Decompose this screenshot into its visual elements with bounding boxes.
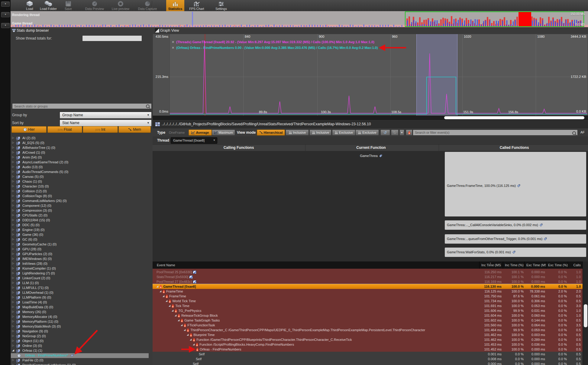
collapse-arrow-icon[interactable]: ◢ bbox=[190, 337, 192, 342]
expand-arrow-icon[interactable]: ▷ bbox=[12, 339, 14, 342]
expand-arrow-icon[interactable]: ▷ bbox=[12, 242, 14, 245]
dump-arrow-icon[interactable] bbox=[12, 29, 16, 33]
expand-arrow-icon[interactable]: ▷ bbox=[12, 262, 14, 265]
tree-item-object[interactable]: ▷{Object (11) (0) bbox=[11, 339, 153, 344]
collapse-arrow-icon[interactable]: ◢ bbox=[193, 342, 195, 347]
event-row-tick-time[interactable]: ◢Tick Time101.691 ms100.0 %0.053 ms0.0 %… bbox=[153, 303, 583, 308]
collapse-arrow-icon[interactable]: ◢ bbox=[166, 299, 167, 303]
tree-item-llmfull[interactable]: ▷{LLMFULL (71) (0) bbox=[11, 286, 153, 290]
tree-item-parallelcommandlistmarkers[interactable]: ▷{ParallelCommandListMarkers (1) (0) bbox=[11, 363, 153, 365]
tree-item-pakfile[interactable]: ▷{PakFile (2) (0) bbox=[11, 358, 153, 363]
show-totals-input[interactable] bbox=[82, 35, 142, 41]
tree-item-cpustalls[interactable]: ▷{CPUStalls (2) (0) bbox=[11, 213, 153, 218]
legend-close-icon[interactable]: ✕ bbox=[172, 40, 174, 44]
tree-item-memoryplatform[interactable]: ▷{MemoryPlatform (11) (0) bbox=[11, 319, 153, 324]
tree-item-llm[interactable]: ▷{LLM (1) (0) bbox=[11, 281, 153, 286]
expand-arrow-icon[interactable]: ▷ bbox=[12, 315, 14, 318]
expand-arrow-icon[interactable]: ▷ bbox=[12, 296, 14, 299]
collapse-arrow-icon[interactable]: ◢ bbox=[12, 349, 14, 352]
tree-item-navigation[interactable]: ▷{Navigation (9) (0) bbox=[11, 329, 153, 334]
expand-arrow-icon[interactable]: ▷ bbox=[12, 146, 14, 149]
expand-arrow-icon[interactable]: ▷ bbox=[12, 276, 14, 279]
tree-item-memoryallocator[interactable]: ▷{MemoryAllocator (4) (0) bbox=[11, 315, 153, 319]
expand-arrow-icon[interactable]: ▷ bbox=[12, 271, 14, 274]
view-hierarchical-button[interactable]: Hierarchical bbox=[257, 130, 285, 136]
expand-arrow-icon[interactable]: ▷ bbox=[12, 209, 14, 212]
collapse-arrow-icon[interactable]: ◢ bbox=[169, 303, 170, 308]
event-row-game-taskgraph-tasks[interactable]: ◢Game TaskGraph Tasks101.602 ms100.0 %0.… bbox=[153, 318, 583, 323]
expand-arrow-icon[interactable]: ▷ bbox=[12, 247, 14, 250]
tree-item-collision[interactable]: ▷{Collision (12) (0) bbox=[11, 189, 153, 194]
tree-item-anim[interactable]: ▷{Anim (54) (0) bbox=[11, 155, 153, 160]
rail-dropdown-icon[interactable]: ▼ bbox=[1, 12, 10, 17]
stat-filter-button-float[interactable]: [123]Float bbox=[47, 126, 82, 133]
event-column-header-4[interactable]: Exc Time (%) bbox=[546, 261, 568, 269]
tree-item-collisiontags[interactable]: ▷{CollisionTags (8) (0) bbox=[11, 194, 153, 199]
expand-arrow-icon[interactable]: ▷ bbox=[12, 223, 14, 226]
expand-arrow-icon[interactable]: ▷ bbox=[12, 363, 14, 365]
event-column-header-5[interactable]: Calls bbox=[568, 261, 583, 269]
hot-path-flame-button[interactable] bbox=[406, 130, 412, 136]
tree-item-asyncloadgamethread[interactable]: ▷{AsyncLoadGameThread (2) (0) bbox=[11, 160, 153, 165]
tree-item-geometrycache[interactable]: ▷{GeometryCache (1) (0) bbox=[11, 242, 153, 247]
expand-arrow-icon[interactable]: ▷ bbox=[12, 204, 14, 207]
event-row-thirdpersoncharacter-c-game-thirdpersonc[interactable]: ◢ThirdPersonCharacter_C /Game/ThirdPerso… bbox=[153, 328, 583, 332]
tree-item-character[interactable]: ▷{Character (10) (0) bbox=[11, 184, 153, 189]
tree-item-ai_eqs[interactable]: ▷{AI_EQS (5) (0) bbox=[11, 141, 153, 146]
event-row-blueprint-time[interactable]: ◢Blueprint Time101.462 ms100.0 %0.003 ms… bbox=[153, 332, 583, 337]
view-inclusive-button[interactable]: Inclusive bbox=[286, 130, 309, 136]
expand-arrow-icon[interactable]: ▷ bbox=[12, 189, 14, 192]
toolbar-button-fps-chart[interactable]: FPS Chart bbox=[187, 0, 207, 11]
tree-item-initviews[interactable]: ▷{InitViews (28) (0) bbox=[11, 261, 153, 266]
event-row-frametime[interactable]: ◢FrameTime101.750 ms87.6 %0.061 ms0.0 %0… bbox=[153, 294, 583, 299]
event-row-self[interactable]: Self0.001 ms0.0 %0.000 ms0.0 %0.5 bbox=[153, 352, 583, 357]
thread-timeline[interactable]: Rendering thread Game thread 150.00 MS 0… bbox=[11, 11, 588, 27]
event-column-header-3[interactable]: Exc Time (MS bbox=[524, 261, 546, 269]
stat-filter-button-int[interactable]: [123]Int bbox=[83, 126, 118, 133]
tree-item-orfeas-expanded[interactable]: ◢{Orfeas (1) (1) bbox=[11, 348, 153, 353]
event-row-self[interactable]: Self0.008 ms0.0 %0.000 ms0.0 %0.5 bbox=[153, 357, 583, 361]
event-row-releasetickgroup-block[interactable]: ◢ReleaseTickGroup Block101.604 ms100.0 %… bbox=[153, 313, 583, 318]
expand-arrow-icon[interactable]: ▷ bbox=[12, 320, 14, 323]
event-row-self[interactable]: Self0.000 ms0.0 %0.000 ms0.0 %0.5 bbox=[153, 361, 583, 365]
graph-horizontal-scrollbar[interactable] bbox=[153, 116, 588, 120]
tree-item-online[interactable]: ▷{Online (3) (0) bbox=[11, 344, 153, 348]
called-function-item[interactable]: GameThrea:...queueFromOtherThread_Trigge… bbox=[445, 234, 586, 244]
event-row-world-tick-time[interactable]: ◢World Tick Time101.734 ms100.0 %0.306 m… bbox=[153, 299, 583, 303]
called-function-item[interactable]: GameThrea:WaitForStats, 0.0% (0.001 ms) bbox=[445, 248, 586, 257]
collapse-arrow-icon[interactable]: ◢ bbox=[181, 323, 183, 328]
tree-item-audiothreadcommands[interactable]: ▷{AudioThreadCommands (5) (0) bbox=[11, 170, 153, 174]
expand-arrow-icon[interactable]: ▷ bbox=[12, 218, 14, 221]
expand-arrow-icon[interactable]: ▷ bbox=[12, 136, 14, 139]
stats-search-input[interactable] bbox=[12, 103, 152, 109]
sort-by-dropdown[interactable]: Stat Name ▼ bbox=[60, 120, 152, 126]
expand-arrow-icon[interactable]: ▷ bbox=[12, 257, 14, 260]
expand-arrow-icon[interactable]: ▷ bbox=[12, 325, 14, 328]
view-exclusive-button[interactable]: Exclusive bbox=[355, 130, 379, 136]
tree-item-component[interactable]: ▷{Component (12) (0) bbox=[11, 203, 153, 208]
tree-item-mapbuilddata[interactable]: ▷{MapBuildData (3) (0) bbox=[11, 305, 153, 310]
group-by-dropdown[interactable]: Group Name ▼ bbox=[60, 112, 152, 119]
stat-filter-button-hier[interactable]: Hier bbox=[11, 126, 47, 133]
history-dropdown-icon[interactable]: ▼ bbox=[399, 130, 404, 136]
expand-arrow-icon[interactable]: ▷ bbox=[12, 228, 14, 231]
tree-item-linkercount[interactable]: ▷{LinkerCount (2) (0) bbox=[11, 276, 153, 281]
expand-arrow-icon[interactable]: ▷ bbox=[12, 238, 14, 241]
tree-item-ddc[interactable]: ▷{DDC (5) (0) bbox=[11, 223, 153, 228]
tree-item-canvas[interactable]: ▷{Canvas (5) (0) bbox=[11, 174, 153, 179]
event-row-frametime[interactable]: ◢FrameTime116.125 ms100.0 %78.338 ms2.0 … bbox=[153, 289, 583, 294]
event-row-orfeas-findprimenumbers[interactable]: Orfeas - FindPrimeNumbers101.452 ms100.0… bbox=[153, 347, 583, 352]
tree-item-gc[interactable]: ▷{GC (6) (0) bbox=[11, 237, 153, 242]
collapse-arrow-icon[interactable]: ◢ bbox=[163, 294, 164, 299]
expand-arrow-icon[interactable]: ▷ bbox=[12, 344, 14, 347]
graph-plot[interactable]: 430.5ms215.3ms0.0ms 84090096010201080 89… bbox=[153, 34, 588, 115]
collapse-arrow-icon[interactable]: ◢ bbox=[157, 284, 158, 289]
tree-item-imewindows[interactable]: ▷{IMEWindows (6) (0) bbox=[11, 257, 153, 261]
event-row-tg-prephysics[interactable]: ◢TG_PrePhysics101.606 ms99.9 %0.031 ms0.… bbox=[153, 308, 583, 313]
expand-arrow-icon[interactable]: ▷ bbox=[12, 305, 14, 308]
history-back-icon[interactable]: ↺ bbox=[380, 130, 390, 136]
tree-item-ai[interactable]: ▷{AI (2) (0) bbox=[11, 136, 153, 141]
expand-arrow-icon[interactable]: ▷ bbox=[12, 194, 14, 197]
collapse-arrow-icon[interactable]: ◢ bbox=[178, 318, 179, 323]
view-inclusive-button[interactable]: Inclusive bbox=[309, 130, 331, 136]
